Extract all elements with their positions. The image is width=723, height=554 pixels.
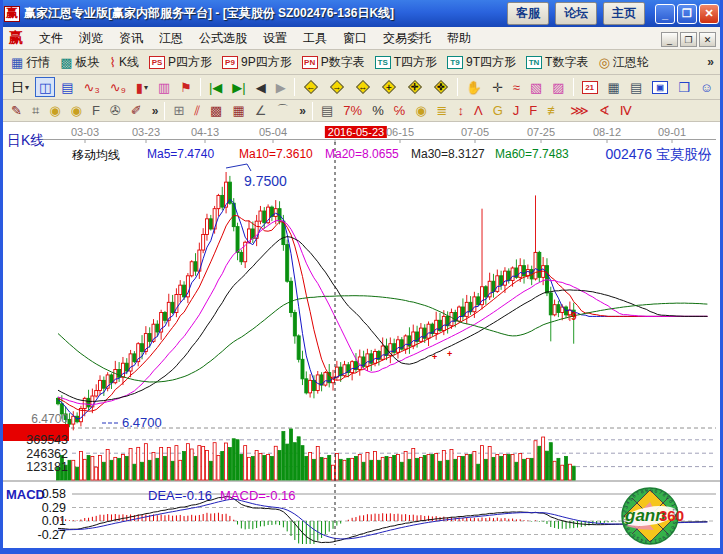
gold-bars-icon[interactable]: ≣ [433, 101, 452, 121]
gann-grid-icon[interactable]: ⌗ [28, 101, 43, 121]
trend-3-icon[interactable]: ∿₃ [80, 77, 104, 97]
zoom-left-diamond[interactable]: ← [299, 77, 323, 97]
pattern-pink-icon[interactable]: ▥ [154, 77, 174, 97]
close-button[interactable]: ✕ [699, 4, 719, 24]
zoom-fit-diamond[interactable]: ✛ [403, 77, 427, 97]
menu-restore-button[interactable]: ❐ [680, 32, 697, 47]
pattern-tool-icon[interactable]: ▧ [526, 77, 546, 97]
f-line-icon[interactable]: F [525, 101, 541, 121]
user-web-icon[interactable]: ☺ [696, 77, 717, 97]
titlebar[interactable]: 赢 赢家江恩专业版[赢家内部服务平台] - [宝莫股份 SZ002476-136… [0, 0, 723, 27]
fibonacci-icon[interactable]: F [88, 101, 104, 121]
gold-split-icon[interactable]: ≢ [543, 101, 564, 121]
menu-item-8[interactable]: 交易委托 [375, 28, 439, 49]
date-tick-label[interactable]: 09-01 [658, 126, 686, 138]
golden-coin-icon[interactable]: ◉ [45, 101, 64, 121]
date-tick-label[interactable]: 07-25 [527, 126, 555, 138]
menu-item-6[interactable]: 工具 [295, 28, 335, 49]
spiral-icon[interactable]: ✇ [106, 101, 125, 121]
zoom-horizontal-diamond[interactable]: ↔ [351, 77, 375, 97]
menu-item-2[interactable]: 资讯 [111, 28, 151, 49]
minimize-button[interactable]: _ [655, 4, 675, 24]
pan-hand-icon[interactable]: ✋ [462, 77, 486, 97]
zoom-grid-diamond[interactable]: ✜ [429, 77, 453, 97]
percent-lines-icon[interactable]: ℅ [390, 101, 410, 121]
customer-service-button[interactable]: 客服 [507, 2, 549, 25]
date-tick-label[interactable]: 04-13 [191, 126, 219, 138]
p-square-button[interactable]: PSP四方形 [145, 52, 216, 72]
box-tool-icon[interactable]: ⊞ [169, 101, 188, 121]
save-web-icon[interactable]: ❒ [674, 77, 694, 97]
candle-style-dropdown[interactable]: ▮▾ [132, 77, 152, 97]
gann-wheel-button[interactable]: ◎江恩轮 [594, 52, 652, 72]
calculator-icon[interactable]: ▦ [604, 77, 624, 97]
toolbar-overflow-button[interactable]: » [149, 104, 162, 118]
home-button[interactable]: 主页 [603, 2, 645, 25]
p-table-button[interactable]: PNP数字表 [298, 52, 369, 72]
skip-start-button[interactable]: |◀ [205, 77, 226, 97]
t-table-button[interactable]: TNT数字表 [522, 52, 592, 72]
degree-icon[interactable]: ∢ [595, 101, 614, 121]
golden-coin2-icon[interactable]: ◉ [67, 101, 86, 121]
wave-line-icon[interactable]: ⌒ [272, 101, 293, 121]
measure-zigzag-icon[interactable]: ≈ [509, 77, 524, 97]
angle-line-icon[interactable]: ∠ [251, 101, 271, 121]
forum-button[interactable]: 论坛 [555, 2, 597, 25]
menu-item-3[interactable]: 江恩 [151, 28, 191, 49]
date-tick-label[interactable]: 08-12 [593, 126, 621, 138]
menu-item-5[interactable]: 设置 [255, 28, 295, 49]
menu-item-9[interactable]: 帮助 [439, 28, 479, 49]
restore-button[interactable]: ❐ [677, 4, 697, 24]
zoom-right-diamond[interactable]: → [325, 77, 349, 97]
info-document-icon[interactable]: ▤ [57, 77, 77, 97]
draw-pen-icon[interactable]: ✎ [7, 101, 26, 121]
period-day-dropdown[interactable]: 日▾ [7, 77, 33, 97]
date-tick-label[interactable]: 03-23 [132, 126, 160, 138]
percent-icon[interactable]: % [368, 101, 388, 121]
j-line-icon[interactable]: J [509, 101, 524, 121]
toolbar-overflow-button[interactable]: » [704, 55, 717, 69]
color-flag-icon[interactable]: ⚑ [176, 77, 196, 97]
t-square-button[interactable]: TST四方形 [371, 52, 441, 72]
selected-date-label[interactable]: 2016-05-23 [325, 126, 387, 138]
menu-minimize-button[interactable]: _ [661, 32, 678, 47]
menu-item-1[interactable]: 浏览 [71, 28, 111, 49]
calendar-icon[interactable]: 21 [578, 77, 602, 97]
date-tick-label[interactable]: 05-04 [259, 126, 287, 138]
crosshair-icon[interactable]: ✛ [488, 77, 507, 97]
kline-chart-svg[interactable]: 6.47006.47009.7500369543246362123181MACD… [3, 122, 720, 548]
9t-square-button[interactable]: T99T四方形 [443, 52, 520, 72]
menu-item-4[interactable]: 公式选股 [191, 28, 255, 49]
grid-pattern2-icon[interactable]: ▦ [228, 101, 248, 121]
menu-item-7[interactable]: 窗口 [335, 28, 375, 49]
percent7-icon[interactable]: 7% [339, 101, 366, 121]
skip-end-button[interactable]: ▶| [228, 77, 249, 97]
date-tick-label[interactable]: 07-05 [461, 126, 489, 138]
quotes-button[interactable]: ▦行情 [7, 52, 54, 72]
scale-ruler-icon[interactable]: ▤ [317, 101, 337, 121]
chart-area[interactable]: 6.47006.47009.7500369543246362123181MACD… [3, 122, 720, 548]
gold-ratio-icon[interactable]: G [489, 101, 507, 121]
pattern-tool2-icon[interactable]: ▨ [548, 77, 568, 97]
notebook-icon[interactable]: ▤ [626, 77, 646, 97]
fan-lines-icon[interactable]: ⫽ [190, 101, 204, 121]
9p-square-button[interactable]: P99P四方形 [218, 52, 296, 72]
speed-line-icon[interactable]: ⋙ [566, 101, 593, 121]
date-tick-label[interactable]: 03-03 [71, 126, 99, 138]
save-icon[interactable]: ▣ [648, 77, 672, 97]
toolbar-overflow-button[interactable]: » [296, 104, 309, 118]
sectors-button[interactable]: ▩板块 [56, 52, 103, 72]
kline-button[interactable]: ⌇K线 [106, 52, 143, 72]
four-quadrant-icon[interactable]: Ⅳ [616, 101, 636, 121]
pen-chart-icon[interactable]: ✐ [127, 101, 146, 121]
menu-item-0[interactable]: 文件 [31, 28, 71, 49]
grid-pattern-icon[interactable]: ▩ [206, 101, 226, 121]
step-forward-button[interactable]: ▶ [272, 77, 290, 97]
zoom-all-diamond[interactable]: ＋ [377, 77, 401, 97]
menu-close-button[interactable]: ✕ [699, 32, 716, 47]
gold-circle-icon[interactable]: ◉ [411, 101, 430, 121]
candle-range-icon[interactable]: ↕ [453, 101, 468, 121]
step-back-button[interactable]: ◀ [252, 77, 270, 97]
chart-window-icon[interactable]: ◫ [35, 77, 55, 97]
date-tick-label[interactable]: 06-15 [386, 126, 414, 138]
